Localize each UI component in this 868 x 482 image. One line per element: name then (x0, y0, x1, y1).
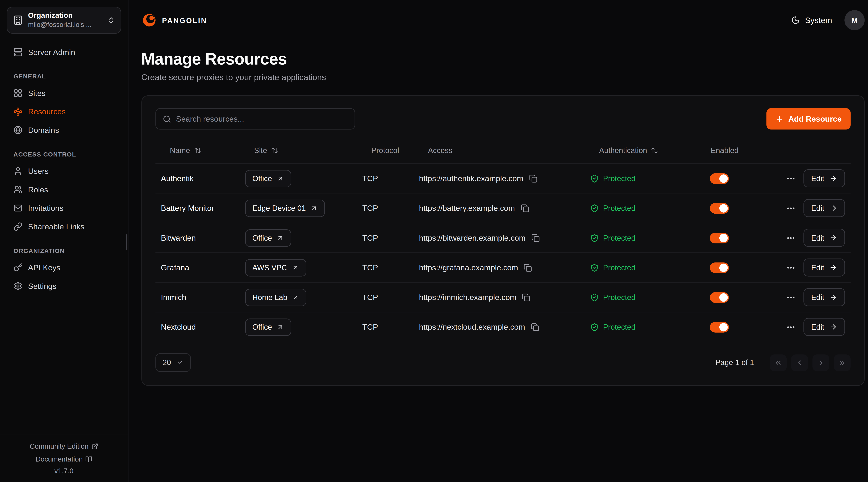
copy-url-button[interactable] (529, 174, 537, 183)
enabled-toggle[interactable] (710, 322, 729, 332)
users-icon (13, 185, 23, 194)
arrow-up-right-icon (277, 323, 284, 330)
avatar[interactable]: M (844, 10, 865, 30)
enabled-toggle[interactable] (710, 262, 729, 273)
site-link-button[interactable]: AWS VPC (245, 259, 306, 276)
chevron-down-icon (176, 359, 183, 366)
copy-icon (529, 174, 537, 183)
search-input[interactable] (176, 114, 348, 123)
sidebar-item-resources[interactable]: Resources (7, 102, 121, 121)
column-label: Authentication (599, 146, 647, 154)
chevrons-right-icon (838, 359, 846, 366)
org-switcher[interactable]: Organization milo@fossorial.io's ... (7, 7, 121, 34)
edit-label: Edit (811, 204, 824, 212)
column-header-enabled: Enabled (702, 146, 786, 154)
sidebar-item-invitations[interactable]: Invitations (7, 198, 121, 217)
column-header-authentication[interactable]: Authentication (590, 146, 702, 154)
sidebar-item-roles[interactable]: Roles (7, 180, 121, 199)
building-icon (13, 15, 23, 25)
row-menu-button[interactable] (786, 233, 796, 243)
table-row: Authentik Office TCP https://authentik.e… (155, 163, 850, 193)
theme-toggle-button[interactable]: System (791, 15, 832, 25)
chevron-left-icon (796, 359, 803, 366)
org-text: Organization milo@fossorial.io's ... (28, 11, 102, 29)
row-menu-button[interactable] (786, 322, 796, 332)
edit-button[interactable]: Edit (803, 288, 845, 306)
copy-url-button[interactable] (521, 204, 529, 212)
sidebar-item-label: Users (28, 166, 49, 175)
column-header-access: Access (419, 146, 590, 154)
add-resource-button[interactable]: Add Resource (767, 108, 850, 130)
table-body: Authentik Office TCP https://authentik.e… (155, 163, 850, 342)
edit-button[interactable]: Edit (803, 318, 845, 336)
sidebar-item-domains[interactable]: Domains (7, 121, 121, 139)
shield-check-icon (590, 204, 598, 212)
copy-icon (531, 323, 539, 331)
last-page-button[interactable] (834, 354, 850, 371)
sidebar-item-settings[interactable]: Settings (7, 277, 121, 295)
copy-url-button[interactable] (522, 293, 530, 301)
site-link-button[interactable]: Office (245, 229, 291, 246)
access-url: https://nextcloud.example.com (419, 322, 525, 331)
toggle-knob (719, 293, 727, 301)
brand: PANGOLIN (141, 12, 207, 28)
sites-icon (13, 88, 23, 97)
pangolin-logo-icon (141, 12, 157, 28)
globe-icon (13, 125, 23, 134)
sidebar-item-label: Invitations (28, 203, 64, 213)
row-menu-button[interactable] (786, 292, 796, 302)
row-menu-button[interactable] (786, 263, 796, 272)
copy-icon (524, 263, 532, 271)
resource-protocol: TCP (362, 233, 419, 243)
org-subtitle: milo@fossorial.io's ... (28, 21, 102, 29)
enabled-toggle[interactable] (710, 232, 729, 243)
table-row: Grafana AWS VPC TCP https://grafana.exam… (155, 252, 850, 282)
community-edition-link[interactable]: Community Edition (30, 443, 98, 450)
ellipsis-icon (786, 322, 796, 332)
edit-button[interactable]: Edit (803, 259, 845, 277)
chevrons-left-icon (774, 359, 782, 366)
column-header-site[interactable]: Site (245, 146, 363, 154)
resources-icon (13, 107, 23, 116)
copy-url-button[interactable] (524, 263, 532, 271)
site-link-button[interactable]: Home Lab (245, 289, 306, 306)
column-label: Name (170, 146, 190, 154)
next-page-button[interactable] (812, 354, 829, 371)
copy-url-button[interactable] (531, 323, 539, 331)
sidebar-item-users[interactable]: Users (7, 162, 121, 180)
enabled-toggle[interactable] (710, 203, 729, 213)
arrow-right-icon (829, 323, 837, 331)
site-link-button[interactable]: Office (245, 318, 291, 335)
main-content: PANGOLIN System M Manage Resources Creat… (128, 0, 868, 482)
sidebar-scrollbar[interactable] (125, 234, 127, 250)
row-menu-button[interactable] (786, 203, 796, 213)
mail-icon (13, 203, 23, 213)
access-url: https://bitwarden.example.com (419, 233, 526, 243)
sidebar: Organization milo@fossorial.io's ... Ser… (0, 0, 128, 482)
page-size-select[interactable]: 20 (155, 353, 191, 372)
edit-button[interactable]: Edit (803, 229, 845, 247)
previous-page-button[interactable] (791, 354, 808, 371)
first-page-button[interactable] (770, 354, 786, 371)
page-info: Page 1 of 1 (715, 358, 754, 366)
edit-label: Edit (811, 233, 824, 242)
enabled-toggle[interactable] (710, 173, 729, 184)
edit-button[interactable]: Edit (803, 199, 845, 217)
brand-name: PANGOLIN (162, 16, 207, 24)
site-link-button[interactable]: Edge Device 01 (245, 199, 325, 217)
enabled-toggle[interactable] (710, 292, 729, 302)
sidebar-item-shareable-links[interactable]: Shareable Links (7, 217, 121, 236)
documentation-link[interactable]: Documentation (36, 456, 92, 462)
access-url: https://battery.example.com (419, 203, 515, 213)
search-icon (162, 115, 171, 123)
sidebar-item-api-keys[interactable]: API Keys (7, 258, 121, 277)
resource-name: Bitwarden (161, 233, 245, 243)
sidebar-item-sites[interactable]: Sites (7, 84, 121, 102)
copy-url-button[interactable] (531, 233, 539, 242)
column-header-name[interactable]: Name (161, 146, 245, 154)
row-menu-button[interactable] (786, 173, 796, 183)
sidebar-item-server-admin[interactable]: Server Admin (7, 43, 121, 61)
edit-button[interactable]: Edit (803, 169, 845, 187)
site-link-button[interactable]: Office (245, 170, 291, 187)
table-header: Name Site Protocol Access Authenticati (155, 137, 850, 163)
